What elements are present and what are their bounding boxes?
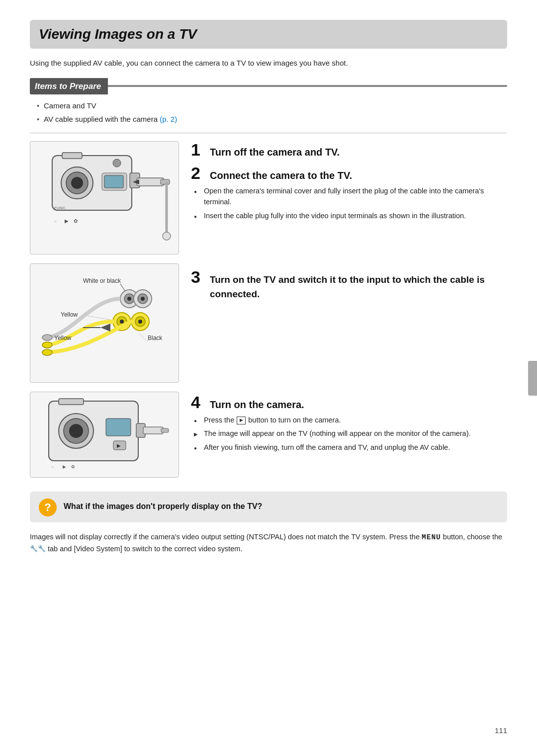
steps-container: FUNC. ▶ ✿ ○ 1 [30, 141, 507, 487]
step-4-bullet-2: The image will appear on the TV (nothing… [194, 428, 507, 439]
question-icon: ? [39, 499, 57, 516]
svg-text:✿: ✿ [74, 218, 78, 224]
svg-point-23 [127, 297, 131, 301]
step-2-bullets: Open the camera's terminal cover and ful… [194, 186, 507, 221]
divider [30, 133, 507, 133]
step-3-header: 3 Turn on the TV and switch it to the in… [191, 268, 507, 301]
svg-rect-51 [106, 419, 131, 436]
svg-text:Yellow: Yellow [54, 335, 72, 341]
svg-text:▶: ▶ [63, 464, 66, 469]
svg-point-39 [42, 342, 52, 348]
svg-point-40 [42, 349, 52, 355]
svg-text:○: ○ [51, 465, 54, 469]
step-image-camera-on: ▶ ○ ▶ ✿ [30, 392, 179, 478]
intro-paragraph: Using the supplied AV cable, you can con… [30, 58, 507, 69]
step-1-header: 1 Turn off the camera and TV. [191, 141, 507, 160]
items-list: Camera and TV AV cable supplied with the… [35, 100, 507, 125]
step-2-header: 2 Connect the camera to the TV. [191, 165, 507, 183]
svg-rect-46 [143, 427, 163, 434]
step-4-bullets: Press the ▶ button to turn on the camera… [194, 415, 507, 453]
step-2-bullet-2: Insert the cable plug fully into the vid… [194, 211, 507, 222]
svg-point-38 [42, 335, 52, 340]
svg-text:○: ○ [54, 219, 57, 224]
question-box: ? What if the images don't properly disp… [30, 492, 507, 522]
play-button-icon: ▶ [237, 417, 246, 424]
svg-point-31 [120, 320, 124, 324]
svg-text:✿: ✿ [71, 464, 75, 469]
step-image-camera-cable: FUNC. ▶ ✿ ○ [30, 141, 179, 254]
step-1-2-content: 1 Turn off the camera and TV. 2 Connect … [179, 141, 507, 254]
svg-text:Yellow: Yellow [61, 311, 78, 318]
camera-on-svg: ▶ ○ ▶ ✿ [39, 396, 171, 473]
step-row-1-2: FUNC. ▶ ✿ ○ 1 [30, 141, 507, 254]
svg-point-14 [163, 232, 171, 240]
wrench-icon: 🔧🔧 [30, 544, 46, 554]
page-number: 111 [495, 725, 507, 737]
svg-rect-11 [161, 179, 170, 184]
section-title: Items to Prepare [30, 78, 108, 95]
step-4-header: 4 Turn on the camera. [191, 394, 507, 412]
cable-connectors-svg: White or black Yellow [33, 268, 168, 375]
svg-point-34 [138, 320, 142, 324]
svg-point-26 [141, 297, 145, 301]
svg-point-50 [69, 424, 83, 438]
side-tab [528, 361, 537, 396]
section-header-line [108, 85, 507, 87]
svg-text:▶: ▶ [65, 218, 69, 224]
list-item-av-cable: AV cable supplied with the camera (p. 2) [35, 114, 507, 125]
svg-rect-10 [137, 178, 164, 186]
svg-point-6 [113, 159, 121, 167]
step-image-cables: White or black Yellow [30, 263, 179, 383]
page-title: Viewing Images on a TV [39, 24, 498, 45]
camera-cable-svg: FUNC. ▶ ✿ ○ [37, 146, 172, 250]
step-4-content: 4 Turn on the camera. Press the ▶ button… [179, 392, 507, 478]
step-3-content: 3 Turn on the TV and switch it to the in… [179, 263, 507, 383]
svg-point-3 [71, 177, 83, 189]
camera-on-illustration: ▶ ○ ▶ ✿ [30, 392, 179, 477]
svg-text:Black: Black [148, 335, 163, 341]
menu-text: MENU [422, 533, 441, 541]
list-item-camera-tv: Camera and TV [35, 100, 507, 112]
step-4-bullet-1: Press the ▶ button to turn on the camera… [194, 415, 507, 426]
svg-rect-4 [62, 153, 82, 159]
svg-rect-47 [161, 428, 169, 432]
page-title-bar: Viewing Images on a TV [30, 20, 507, 49]
step-2-bullet-1: Open the camera's terminal cover and ful… [194, 186, 507, 208]
step-row-3: White or black Yellow [30, 263, 507, 383]
step-row-4: ▶ ○ ▶ ✿ 4 Turn on the camera. Press the … [30, 392, 507, 478]
svg-text:▶: ▶ [117, 443, 121, 448]
av-cable-link[interactable]: (p. 2) [160, 115, 177, 123]
svg-rect-44 [59, 399, 84, 405]
step-4-bullet-3: After you finish viewing, turn off the c… [194, 442, 507, 453]
svg-text:FUNC.: FUNC. [54, 206, 66, 210]
items-to-prepare-header: Items to Prepare [30, 78, 507, 95]
camera-cable-illustration: FUNC. ▶ ✿ ○ [30, 142, 179, 254]
bottom-paragraph: Images will not display correctly if the… [30, 531, 507, 555]
cable-labels-illustration: White or black Yellow [30, 264, 179, 382]
svg-text:White or black: White or black [83, 277, 121, 284]
svg-rect-8 [104, 175, 123, 188]
question-text: What if the images don't properly displa… [64, 498, 262, 512]
